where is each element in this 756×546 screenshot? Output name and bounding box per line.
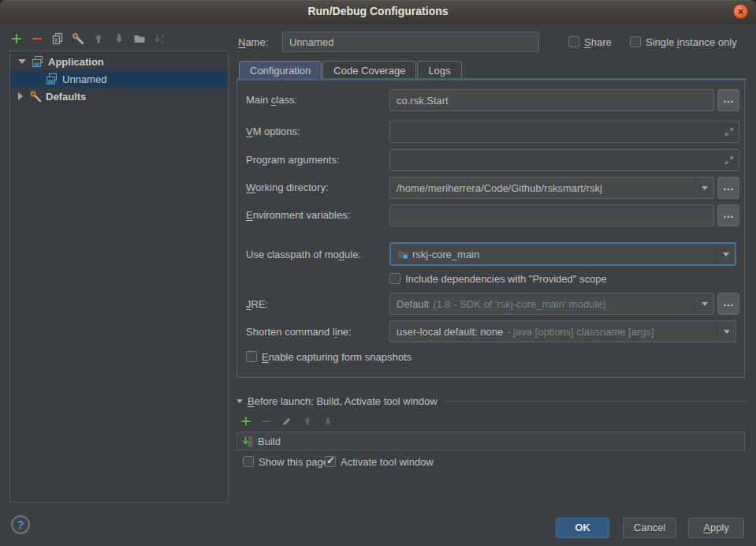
working-directory-browse-button[interactable]: … <box>717 177 739 199</box>
main-class-label: Main class: <box>246 94 297 106</box>
configurations-toolbar: az <box>9 32 167 46</box>
add-icon[interactable] <box>240 415 252 428</box>
svg-text:a: a <box>161 33 164 39</box>
form-snapshots-checkbox[interactable] <box>246 351 257 362</box>
svg-text:01: 01 <box>248 443 253 447</box>
include-provided-label: Include dependencies with "Provided" sco… <box>405 273 607 285</box>
svg-text:z: z <box>161 39 164 45</box>
before-launch-task-list[interactable]: 011001 Build <box>236 432 745 451</box>
tab-configuration[interactable]: Configuration <box>239 61 322 80</box>
tree-item-label: Unnamed <box>62 73 106 85</box>
environment-variables-input[interactable] <box>389 204 714 226</box>
include-provided-checkbox[interactable] <box>389 273 400 284</box>
jre-label: JRE: <box>246 298 268 310</box>
activate-tool-window-label: Activate tool window <box>341 456 434 468</box>
main-class-input[interactable] <box>389 89 714 111</box>
shorten-command-line-hint: - java [options] classname [args] <box>507 326 654 338</box>
activate-tool-window-checkbox[interactable] <box>325 456 336 467</box>
sort-alphabetically-icon[interactable]: az <box>153 32 167 46</box>
add-icon[interactable] <box>9 32 24 46</box>
titlebar[interactable]: Run/Debug Configurations × <box>0 0 756 24</box>
main-class-browse-button[interactable]: … <box>717 89 739 111</box>
single-instance-checkbox[interactable] <box>630 36 641 47</box>
tab-logs[interactable]: Logs <box>417 61 461 79</box>
collapse-icon[interactable] <box>236 399 243 403</box>
edit-defaults-icon[interactable] <box>71 32 85 46</box>
name-label: Name: <box>238 36 268 48</box>
share-checkbox[interactable] <box>568 36 579 47</box>
show-this-page-label: Show this page <box>259 456 329 468</box>
build-task-label: Build <box>258 436 281 447</box>
working-directory-value: /home/meriherrera/Code/Github/rsksmart/r… <box>390 178 695 198</box>
remove-icon[interactable] <box>30 32 44 46</box>
dropdown-arrow-icon[interactable] <box>717 321 736 342</box>
expand-field-icon[interactable] <box>724 155 735 168</box>
tree-item-defaults[interactable]: Defaults <box>10 88 228 105</box>
module-icon <box>397 249 408 260</box>
program-arguments-input[interactable] <box>389 149 739 171</box>
help-button[interactable]: ? <box>11 515 30 534</box>
configurations-tree: Application Unnamed Defaults <box>9 50 229 503</box>
classpath-module-combo[interactable]: rskj-core_main <box>389 242 736 266</box>
classpath-module-label: Use classpath of module: <box>246 249 361 260</box>
before-launch-header[interactable]: Before launch: Build, Activate tool wind… <box>236 395 747 407</box>
share-label: Share <box>584 36 612 48</box>
tree-item-application[interactable]: Application <box>10 53 228 70</box>
jre-value: Default <box>397 298 429 310</box>
jre-value-hint: (1.8 - SDK of 'rskj-core_main' module) <box>433 298 606 310</box>
tab-bar: Configuration Code Coverage Logs <box>239 61 462 80</box>
edit-icon[interactable] <box>281 415 293 428</box>
tab-code-coverage[interactable]: Code Coverage <box>322 61 416 79</box>
separator <box>445 401 747 402</box>
ok-button[interactable]: OK <box>556 518 609 538</box>
copy-icon[interactable] <box>50 32 65 46</box>
chevron-down-icon[interactable] <box>18 59 26 64</box>
expand-field-icon[interactable] <box>724 126 735 140</box>
single-instance-label: Single instance only <box>646 36 737 48</box>
shorten-command-line-combo[interactable]: user-local default: none - java [options… <box>389 320 736 342</box>
dropdown-arrow-icon[interactable] <box>716 244 735 264</box>
environment-variables-label: Environment variables: <box>246 209 350 221</box>
show-this-page-checkbox[interactable] <box>243 456 254 467</box>
environment-variables-browse-button[interactable]: … <box>717 204 739 226</box>
before-launch-label: Before launch: Build, Activate tool wind… <box>248 395 438 407</box>
run-debug-configurations-dialog: Run/Debug Configurations × az <box>0 0 756 546</box>
dropdown-arrow-icon[interactable] <box>695 178 713 198</box>
cancel-button[interactable]: Cancel <box>623 518 676 538</box>
move-up-icon[interactable] <box>301 415 314 428</box>
jre-combo[interactable]: Default (1.8 - SDK of 'rskj-core_main' m… <box>389 293 714 315</box>
defaults-icon <box>28 89 43 103</box>
build-icon: 011001 <box>242 436 253 447</box>
before-launch-toolbar <box>240 415 334 428</box>
application-icon <box>45 72 59 86</box>
jre-browse-button[interactable]: … <box>717 293 739 315</box>
form-snapshots-label: Enable capturing form snapshots <box>262 351 412 363</box>
shorten-command-line-label: Shorten command line: <box>246 326 352 338</box>
apply-button[interactable]: Apply <box>688 518 744 538</box>
create-folder-icon[interactable] <box>132 32 147 46</box>
tree-item-unnamed[interactable]: Unnamed <box>10 70 228 88</box>
working-directory-label: Working directory: <box>246 181 329 193</box>
tree-item-label: Defaults <box>46 91 86 103</box>
classpath-module-value: rskj-core_main <box>412 249 479 260</box>
move-down-icon[interactable] <box>322 415 334 428</box>
chevron-right-icon[interactable] <box>18 92 23 100</box>
close-icon[interactable]: × <box>733 4 748 19</box>
shorten-command-line-value: user-local default: none <box>397 326 503 338</box>
window-title: Run/Debug Configurations <box>0 5 756 17</box>
vm-options-input[interactable] <box>389 121 739 143</box>
application-icon <box>31 54 45 69</box>
remove-icon[interactable] <box>260 415 273 428</box>
name-input[interactable] <box>282 32 539 52</box>
vm-options-label: VM options: <box>246 125 300 137</box>
dropdown-arrow-icon[interactable] <box>695 294 713 314</box>
program-arguments-label: Program arguments: <box>246 154 340 166</box>
working-directory-combo[interactable]: /home/meriherrera/Code/Github/rsksmart/r… <box>389 177 714 199</box>
move-up-icon[interactable] <box>91 32 106 46</box>
tree-item-label: Application <box>48 56 104 68</box>
move-down-icon[interactable] <box>112 32 126 46</box>
